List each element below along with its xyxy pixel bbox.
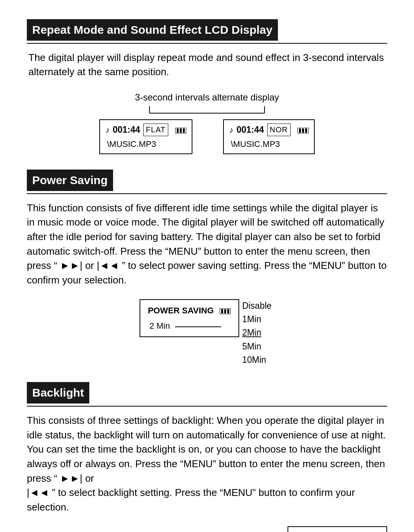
section1-heading: Repeat Mode and Sound Effect LCD Display [27,19,278,41]
section-repeat-mode: Repeat Mode and Sound Effect LCD Display… [27,19,387,154]
battery-right [297,123,309,137]
two-screens: ♪ 001:44 FLAT \MUSIC.MP3 ♪ [99,119,315,154]
menu-10min: 10Min [239,353,275,367]
menu-5min: 5Min [239,340,275,353]
power-battery-icon [220,305,231,317]
p-bat-bar1 [221,309,223,313]
note-icon-left: ♪ [105,124,110,136]
bracket-svg [92,104,322,119]
lcd-right-row2: \MUSIC.MP3 [229,138,309,150]
lcd-right-mode: NOR [267,124,291,136]
lcd-left-row1: ♪ 001:44 FLAT [105,123,186,137]
menu-1min: 1Min [239,313,275,326]
power-horiz-line [175,326,221,327]
power-lcd-wrapper: POWER SAVING 2 Min [140,299,239,338]
backlight-lcd-box: BACKLIGHT Disable [288,526,387,532]
battery-left [175,123,186,137]
lcd-right: ♪ 001:44 NOR \MUSIC.MP3 [223,119,315,154]
battery-icon-right [297,128,309,133]
lcd-display-area: 3-second intervals alternate display ♪ 0… [27,91,387,154]
p-bat-bar2 [224,309,226,313]
backlight-lcd-area: BACKLIGHT Disable [27,526,387,532]
battery-icon-left [175,128,186,133]
section2-description: This function consists of five different… [27,201,387,288]
bat-bar-r3 [305,128,307,133]
bracket-label: 3-second intervals alternate display [135,91,279,104]
note-icon-right: ♪ [229,124,233,136]
section1-heading-bar: Repeat Mode and Sound Effect LCD Display [27,19,387,44]
section3-heading-bar: Backlight [27,382,387,407]
power-lcd-box: POWER SAVING 2 Min [140,299,239,338]
bat-bar-r2 [302,128,304,133]
power-lcd-value: 2 Min [150,320,170,332]
lcd-left-time: 001:44 [113,124,140,136]
bat-bar2 [180,128,182,133]
power-menu-list: Disable 1Min 2Min 5Min 10Min [239,299,275,367]
section3-description: This consists of three settings of backl… [27,413,387,515]
bat-bar-r1 [299,128,301,133]
section-backlight: Backlight This consists of three setting… [27,382,387,532]
lcd-left-row2: \MUSIC.MP3 [105,138,186,150]
lcd-left: ♪ 001:44 FLAT \MUSIC.MP3 [99,119,192,154]
section-power-saving: Power Saving This function consists of f… [27,170,387,367]
lcd-left-mode: FLAT [143,124,168,136]
lcd-right-time: 001:44 [237,124,264,136]
menu-disable: Disable [239,299,275,313]
lcd-right-row1: ♪ 001:44 NOR [229,123,309,137]
p-bat-bar3 [227,309,229,313]
power-lcd-row2: 2 Min [148,320,231,332]
bat-bar3 [183,128,185,133]
section1-description: The digital player will display repeat m… [27,51,387,79]
bat-bar1 [177,128,179,133]
or-text: or [85,473,94,484]
section2-heading: Power Saving [27,170,113,191]
power-battery [220,308,231,314]
menu-2min: 2Min [239,326,275,339]
section3-content: This consists of three settings of backl… [27,413,387,532]
section3-heading: Backlight [27,382,89,404]
power-lcd-row1: POWER SAVING [148,305,231,317]
power-lcd-label: POWER SAVING [148,305,214,317]
section2-heading-bar: Power Saving [27,170,387,194]
power-saving-diagram: POWER SAVING 2 Min Disable 1Mi [27,299,387,367]
